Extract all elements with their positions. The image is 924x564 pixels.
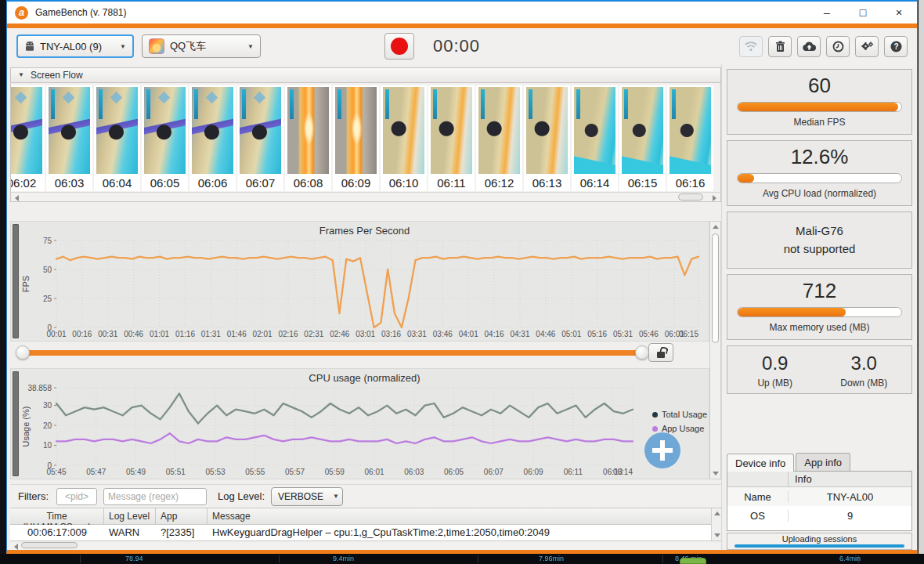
wifi-icon [744, 41, 758, 52]
record-button[interactable] [384, 33, 414, 60]
avg-cpu-bar [737, 173, 902, 183]
gamebench-window: a GameBench (v. 7881) – □ × TNY-AL00 (9)… [6, 0, 918, 554]
thumbnail-image [478, 87, 520, 174]
minimize-button[interactable]: – [809, 6, 845, 19]
screen-flow-thumbnail[interactable]: 06:02 [10, 85, 45, 191]
screen-flow-thumbnail[interactable]: 06:10 [381, 85, 427, 191]
screen-flow-thumbnail[interactable]: 06:05 [142, 85, 188, 191]
lock-range-button[interactable] [648, 343, 673, 362]
session-history-button[interactable] [826, 36, 850, 57]
log-level-value: VERBOSE [278, 491, 323, 502]
delete-session-button[interactable] [768, 36, 792, 57]
upload-value: 0.9 [731, 352, 820, 374]
svg-text:Usage (%): Usage (%) [21, 407, 31, 447]
cpu-chart-panel: CPU usage (normalized) 010203038.85805:4… [10, 368, 709, 479]
trash-icon [775, 41, 785, 52]
screen-flow-body: 06:0206:0306:0406:0506:0606:0706:0806:09… [10, 83, 721, 192]
screen-flow-thumbnail[interactable]: 06:15 [619, 85, 666, 191]
screen-flow-thumbnail[interactable]: 06:11 [428, 85, 475, 191]
svg-text:04:31: 04:31 [510, 330, 529, 338]
log-row[interactable]: 00:06:17:009WARN?[2335]HwKeyguardDragHel… [10, 525, 721, 540]
screen-flow-thumbnail[interactable]: 06:07 [237, 85, 283, 191]
thumbnail-image [287, 87, 329, 174]
gamebench-logo-icon: a [15, 6, 28, 20]
screen-flow-scrollbar[interactable] [10, 192, 721, 202]
help-icon: ? [890, 41, 902, 52]
thumbnail-timestamp: 06:09 [333, 176, 379, 190]
chart-drag-handle[interactable] [13, 371, 19, 476]
log-horizontal-scrollbar[interactable] [10, 540, 721, 550]
legend-item[interactable]: Total Usage [652, 410, 707, 419]
tab-device-info[interactable]: Device info [727, 454, 794, 472]
slider-handle-right[interactable] [635, 345, 649, 360]
thumbnail-timestamp: 06:15 [619, 176, 666, 190]
device-selector[interactable]: TNY-AL00 (9) ▼ [16, 34, 134, 58]
svg-text:01:46: 01:46 [227, 330, 247, 338]
fps-chart-title: Frames Per Second [20, 225, 709, 237]
col-level[interactable]: Log Level [104, 508, 156, 524]
scrollbar-thumb[interactable] [21, 542, 78, 548]
upload-sessions-button[interactable] [797, 36, 821, 57]
maximize-button[interactable]: □ [845, 6, 881, 19]
add-metric-button[interactable] [644, 432, 680, 468]
close-button[interactable]: × [881, 6, 917, 19]
col-message[interactable]: Message [208, 508, 721, 524]
screen-flow-thumbnail[interactable]: 06:13 [524, 85, 570, 191]
fps-chart: 025507500:0100:1600:3100:4601:0101:1601:… [20, 236, 705, 339]
svg-text:05:55: 05:55 [245, 468, 265, 476]
tab-app-info[interactable]: App info [796, 453, 850, 471]
uploading-sessions: Uploading sessions [727, 533, 912, 550]
svg-text:01:01: 01:01 [150, 330, 169, 338]
log-cell: ?[2335] [156, 525, 208, 540]
svg-text:06:05: 06:05 [444, 468, 464, 476]
wifi-button[interactable] [739, 36, 763, 57]
slider-handle-left[interactable] [16, 345, 30, 360]
pid-filter-input[interactable] [56, 488, 97, 505]
thumbnail-timestamp: 06:05 [142, 176, 188, 190]
settings-button[interactable] [855, 36, 879, 57]
scrollbar-thumb[interactable] [712, 233, 719, 343]
memory-card: 712 Max memory used (MB) [727, 274, 912, 340]
thumbnail-image [526, 87, 568, 174]
info-value: 9 [789, 510, 911, 522]
col-app[interactable]: App [156, 508, 208, 524]
scroll-right-icon[interactable] [713, 195, 716, 201]
log-cell: HwKeyguardDragHelper – cpu:1,g_CpuTaskTi… [208, 525, 721, 540]
svg-text:02:01: 02:01 [253, 330, 273, 338]
screen-flow-thumbnail[interactable]: 06:04 [94, 85, 140, 191]
chart-drag-handle[interactable] [13, 224, 19, 338]
scroll-down-icon[interactable] [714, 533, 720, 537]
col-time[interactable]: Time (HH:MM:SS:ms) [10, 508, 104, 524]
charts-vertical-scrollbar[interactable] [709, 221, 721, 479]
app-selector[interactable]: QQ飞车 ▼ [142, 34, 261, 58]
scroll-up-icon[interactable] [713, 225, 719, 229]
network-card: 0.9 Up (MB) 3.0 Down (MB) [727, 345, 912, 394]
scroll-down-icon[interactable] [713, 472, 719, 475]
svg-text:00:31: 00:31 [98, 330, 117, 338]
log-level-select[interactable]: VERBOSE ▼ [271, 487, 343, 506]
thumbnail-image [574, 87, 615, 174]
svg-text:03:01: 03:01 [356, 330, 375, 338]
screen-flow-thumbnail[interactable]: 06:08 [285, 85, 331, 191]
screen-flow-thumbnail[interactable]: 06:14 [572, 85, 618, 191]
scroll-up-icon[interactable] [714, 512, 720, 515]
screen-flow-thumbnail[interactable]: 06:06 [189, 85, 236, 191]
help-button[interactable]: ? [884, 36, 908, 57]
screen-flow-thumbnail[interactable]: 06:09 [333, 85, 379, 191]
screen-flow-title: Screen Flow [31, 70, 83, 81]
screen-flow-header[interactable]: ▼ Screen Flow [10, 67, 721, 83]
thumbnail-timestamp: 06:04 [94, 176, 140, 190]
time-range-slider[interactable] [23, 350, 642, 356]
scroll-left-icon[interactable] [15, 195, 19, 201]
screen-flow-thumbnail[interactable]: 06:03 [46, 85, 92, 191]
scroll-left-icon[interactable] [14, 544, 18, 550]
screen-flow-thumbnail[interactable]: 06:12 [476, 85, 522, 191]
message-filter-input[interactable] [103, 488, 207, 505]
cpu-chart-title: CPU usage (normalized) [20, 372, 709, 384]
log-vertical-scrollbar[interactable] [711, 508, 721, 540]
scrollbar-thumb[interactable] [678, 193, 703, 201]
svg-text:10: 10 [43, 441, 52, 450]
log-filters-bar: Filters: Log Level: VERBOSE ▼ [10, 484, 721, 508]
app-icon [149, 38, 164, 54]
screen-flow-thumbnail[interactable]: 06:16 [667, 85, 713, 191]
